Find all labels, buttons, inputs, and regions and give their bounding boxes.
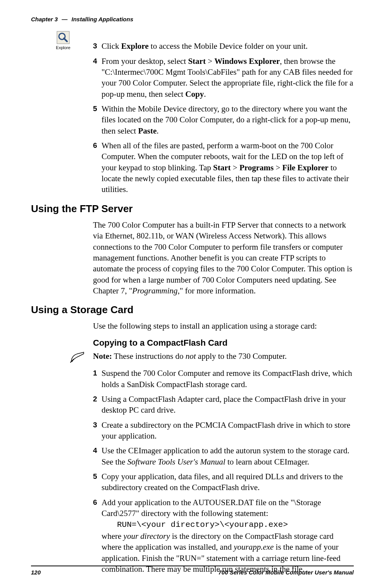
- page-footer: 120 700 Series Color Mobile Computer Use…: [31, 566, 354, 576]
- cf-step-1: 1 Suspend the 700 Color Computer and rem…: [93, 368, 354, 390]
- step-6: 6 When all of the files are pasted, perf…: [93, 140, 354, 195]
- step-text: When all of the files are pasted, perfor…: [102, 140, 354, 195]
- step-text: Add your application to the AUTOUSER.DAT…: [102, 497, 354, 574]
- step-text: Using a CompactFlash Adapter card, place…: [102, 394, 354, 416]
- running-head: Chapter 3 — Installing Applications: [31, 15, 354, 23]
- step-number: 4: [93, 445, 102, 467]
- step-4: 4 From your desktop, select Start > Wind…: [93, 56, 354, 99]
- cf-step-5: 5 Copy your application, data files, and…: [93, 471, 354, 493]
- explore-app-icon: Explore: [54, 31, 72, 51]
- step-number: 5: [93, 103, 102, 136]
- step-text: Click Explore to access the Mobile Devic…: [102, 41, 354, 51]
- step-text: Copy your application, data files, and a…: [102, 471, 354, 493]
- chapter-label: Chapter 3: [31, 16, 58, 22]
- magnifier-icon: [57, 31, 70, 44]
- step-text: Suspend the 700 Color Computer and remov…: [102, 368, 354, 390]
- heading-storage: Using a Storage Card: [31, 303, 354, 317]
- step-text: Within the Mobile Device directory, go t…: [102, 103, 354, 136]
- chapter-title: Installing Applications: [72, 16, 133, 22]
- step-number: 2: [93, 394, 102, 416]
- body-column: 3 Click Explore to access the Mobile Dev…: [93, 41, 354, 574]
- step-number: 3: [93, 420, 102, 442]
- page-number: 120: [31, 569, 41, 576]
- step-5: 5 Within the Mobile Device directory, go…: [93, 103, 354, 136]
- cf-step-4: 4 Use the CEImager application to add th…: [93, 445, 354, 467]
- step-number: 1: [93, 368, 102, 390]
- heading-ftp: Using the FTP Server: [31, 202, 354, 216]
- step-number: 4: [93, 56, 102, 99]
- cf-step-2: 2 Using a CompactFlash Adapter card, pla…: [93, 394, 354, 416]
- ftp-body: The 700 Color Computer has a built-in FT…: [93, 219, 354, 296]
- step-text: Create a subdirectory on the PCMCIA Comp…: [102, 420, 354, 442]
- heading-cf-copy: Copying to a CompactFlash Card: [93, 337, 354, 349]
- explore-label: Explore: [54, 45, 72, 51]
- step-3: 3 Click Explore to access the Mobile Dev…: [93, 41, 354, 51]
- cf-step-3: 3 Create a subdirectory on the PCMCIA Co…: [93, 420, 354, 442]
- note-text: Note: These instructions do not apply to…: [93, 351, 354, 362]
- separator: —: [62, 16, 67, 22]
- code-line: RUN=\<your directory>\<yourapp.exe>: [117, 520, 288, 529]
- step-text: From your desktop, select Start > Window…: [102, 56, 354, 99]
- note: Note: These instructions do not apply to…: [62, 351, 354, 363]
- storage-intro: Use the following steps to install an ap…: [93, 321, 354, 331]
- step-number: 6: [93, 497, 102, 574]
- step-text: Use the CEImager application to add the …: [102, 445, 354, 467]
- cf-step-6: 6 Add your application to the AUTOUSER.D…: [93, 497, 354, 574]
- manual-title: 700 Series Color Mobile Computer User's …: [219, 569, 354, 576]
- note-icon: [62, 351, 93, 363]
- step-number: 5: [93, 471, 102, 493]
- step-number: 3: [93, 41, 102, 51]
- step-number: 6: [93, 140, 102, 195]
